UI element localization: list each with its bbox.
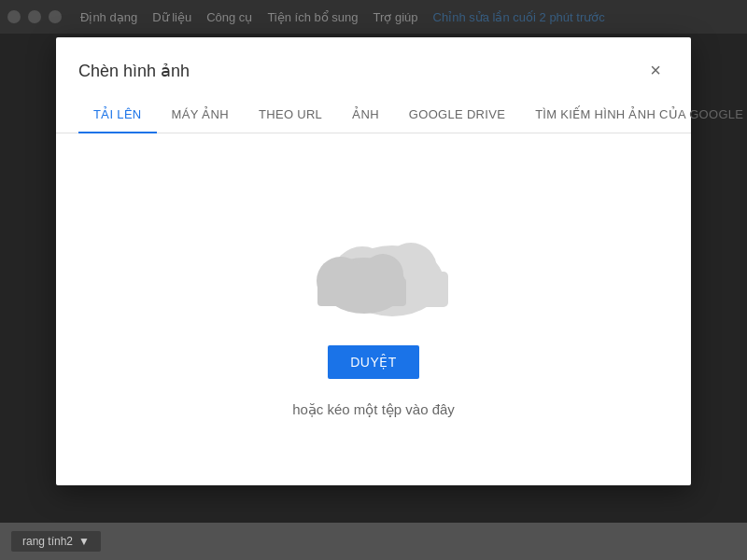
dialog-header: Chèn hình ảnh × [56, 37, 691, 96]
sheet-name: rang tính2 [22, 535, 73, 548]
dialog-title: Chèn hình ảnh [78, 61, 190, 81]
modal-overlay: Chèn hình ảnh × TẢI LÊN MÁY ẢNH THEO URL… [0, 0, 747, 523]
browse-button[interactable]: DUYỆT [328, 345, 419, 379]
tab-may-anh[interactable]: MÁY ẢNH [157, 96, 244, 133]
tab-anh[interactable]: ẢNH [337, 96, 394, 133]
status-bar: rang tính2 ▼ [0, 523, 747, 560]
dialog-tabs: TẢI LÊN MÁY ẢNH THEO URL ẢNH GOOGLE DRIV… [56, 96, 691, 133]
drag-drop-text: hoặc kéo một tệp vào đây [292, 401, 455, 418]
dialog-body: DUYỆT hoặc kéo một tệp vào đây [56, 133, 691, 485]
tab-tai-len[interactable]: TẢI LÊN [78, 96, 157, 133]
tab-google-drive[interactable]: GOOGLE DRIVE [394, 96, 520, 133]
sheet-dropdown-icon: ▼ [78, 535, 90, 548]
close-button[interactable]: × [642, 56, 669, 85]
tab-tim-kiem[interactable]: TÌM KIẾM HÌNH ẢNH CỦA GOOGLE [520, 96, 747, 133]
insert-image-dialog: Chèn hình ảnh × TẢI LÊN MÁY ẢNH THEO URL… [56, 37, 691, 485]
upload-cloud-icon [289, 202, 458, 323]
sheet-tab[interactable]: rang tính2 ▼ [11, 531, 101, 552]
svg-rect-7 [317, 278, 406, 306]
tab-theo-url[interactable]: THEO URL [244, 96, 337, 133]
